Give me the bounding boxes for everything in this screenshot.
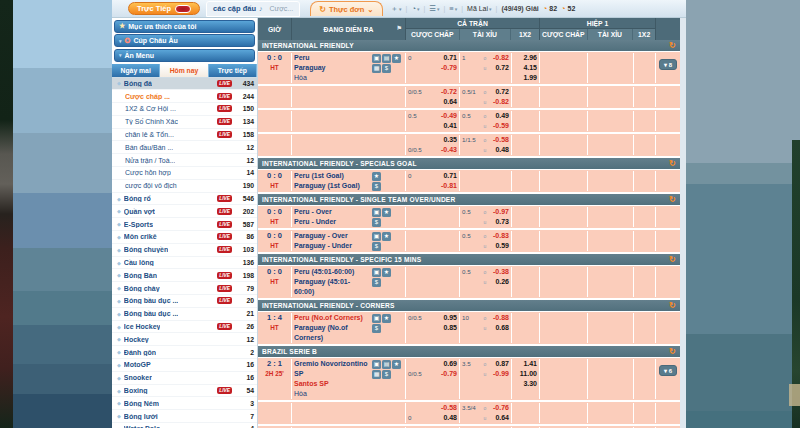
odds-cell[interactable] bbox=[428, 217, 457, 227]
star-icon[interactable]: ★ bbox=[392, 360, 401, 369]
team-name[interactable]: Gremio Novorizontino SP bbox=[294, 359, 368, 379]
odds-cell[interactable] bbox=[428, 207, 457, 217]
more-markets-button[interactable]: ▾ 6 bbox=[659, 365, 677, 376]
odds-cell[interactable] bbox=[514, 403, 537, 413]
odds-cell[interactable] bbox=[514, 121, 537, 131]
odds-cell[interactable]: 0.59 bbox=[488, 241, 509, 251]
stats-icon[interactable]: ▤ bbox=[382, 54, 391, 63]
team-name[interactable]: Peru - Over bbox=[294, 207, 368, 217]
sidebar-item[interactable]: ◆MotoGP16 bbox=[112, 359, 257, 372]
sidebar-item[interactable]: ◆Bóng lưới7 bbox=[112, 410, 257, 423]
screen-icon[interactable]: ▣ bbox=[372, 54, 381, 63]
sidebar-item[interactable]: ◆Bóng Ném3 bbox=[112, 397, 257, 410]
screen-icon[interactable]: ▣ bbox=[372, 360, 381, 369]
odds-cell[interactable] bbox=[488, 73, 509, 83]
section-header[interactable]: INTERNATIONAL FRIENDLY - SPECIALS GOAL↻ bbox=[258, 158, 680, 170]
odds-cell[interactable]: -0.88 bbox=[488, 313, 509, 323]
cash-icon[interactable]: $ bbox=[372, 218, 381, 227]
cash-icon[interactable]: $ bbox=[382, 64, 391, 73]
sidebar-item[interactable]: 1X2 & Cơ Hội ...LIVE150 bbox=[112, 103, 257, 116]
bet-tab-label[interactable]: Cược... bbox=[270, 5, 294, 12]
odds-cell[interactable]: 0.49 bbox=[488, 111, 509, 121]
odds-cell[interactable]: -0.79 bbox=[428, 63, 457, 73]
odds-cell[interactable] bbox=[488, 171, 509, 181]
sidebar-item[interactable]: ◆Snooker16 bbox=[112, 372, 257, 385]
odds-cell[interactable] bbox=[514, 111, 537, 121]
sidebar-item[interactable]: ◆Bóng chuyềnLIVE103 bbox=[112, 244, 257, 257]
sidebar-item[interactable]: Nửa trận / Toà...12 bbox=[112, 154, 257, 167]
odds-cell[interactable]: -0.83 bbox=[488, 231, 509, 241]
menu-dropdown-tab[interactable]: ↻ Thực đơn ⌄ bbox=[310, 1, 382, 16]
odds-cell[interactable] bbox=[428, 277, 457, 287]
team-name[interactable]: Peru bbox=[294, 53, 368, 63]
odds-cell[interactable]: -0.82 bbox=[488, 97, 509, 107]
odds-cell[interactable] bbox=[514, 217, 537, 227]
odds-cell[interactable]: -0.58 bbox=[428, 403, 457, 413]
odds-cell[interactable] bbox=[514, 277, 537, 287]
refresh-icon[interactable]: ↻ bbox=[669, 255, 676, 264]
odds-cell[interactable] bbox=[514, 241, 537, 251]
sidebar-item[interactable]: Cược chấp ...LIVE244 bbox=[112, 90, 257, 103]
section-header[interactable]: INTERNATIONAL FRIENDLY↻ bbox=[258, 40, 680, 52]
team-name[interactable]: Peru - Under bbox=[294, 217, 368, 227]
hide-menu-button[interactable]: ▾ Ẩn Menu bbox=[114, 49, 255, 62]
sidebar-item[interactable]: ◆Quần vợtLIVE202 bbox=[112, 205, 257, 218]
odds-cell[interactable]: 0.85 bbox=[428, 323, 457, 333]
screen-icon[interactable]: ▣ bbox=[372, 232, 381, 241]
sidebar-item[interactable]: ◆Hockey12 bbox=[112, 333, 257, 346]
sidebar-item[interactable]: ◆Bóng bầu dục ...LIVE20 bbox=[112, 295, 257, 308]
odds-cell[interactable] bbox=[514, 97, 537, 107]
sidebar-item[interactable]: ◆Đánh gôn2 bbox=[112, 346, 257, 359]
star-icon[interactable]: ★ bbox=[382, 314, 391, 323]
team-name[interactable]: Paraguay (45:01-60:00) bbox=[294, 277, 368, 297]
sidebar-item[interactable]: ◆Cầu lông136 bbox=[112, 257, 257, 270]
odds-cell[interactable]: -0.97 bbox=[488, 207, 509, 217]
odds-cell[interactable]: 0.69 bbox=[428, 359, 457, 369]
sidebar-item[interactable]: ◆Water Polo4 bbox=[112, 423, 257, 428]
odds-cell[interactable]: 0.71 bbox=[428, 53, 457, 63]
live-betting-button[interactable]: Trực Tiếp bbox=[128, 2, 200, 15]
odds-cell[interactable]: 0.64 bbox=[488, 413, 509, 423]
draw-label[interactable]: Hòa bbox=[294, 73, 368, 83]
odds-cell[interactable]: 0.68 bbox=[488, 323, 509, 333]
section-header[interactable]: INTERNATIONAL FRIENDLY - CORNERS↻ bbox=[258, 300, 680, 312]
odds-cell[interactable]: 0.95 bbox=[428, 313, 457, 323]
team-name[interactable]: Paraguay bbox=[294, 63, 368, 73]
pin-icon[interactable]: ⚑ bbox=[397, 24, 402, 31]
odds-cell[interactable]: -0.81 bbox=[428, 181, 457, 191]
odds-cell[interactable]: -0.59 bbox=[488, 121, 509, 131]
sidebar-item[interactable]: cược đội vô địch190 bbox=[112, 180, 257, 193]
odds-cell[interactable] bbox=[514, 231, 537, 241]
refresh-icon[interactable]: ↻ bbox=[669, 195, 676, 204]
odds-cell[interactable]: 2.96 bbox=[514, 53, 537, 63]
sidebar-item[interactable]: chẵn lẻ & Tổn...LIVE158 bbox=[112, 129, 257, 142]
odds-cell[interactable]: -0.58 bbox=[488, 135, 509, 145]
odds-cell[interactable]: -0.43 bbox=[428, 145, 457, 155]
cash-icon[interactable]: $ bbox=[372, 278, 381, 287]
section-header[interactable]: BRAZIL SERIE B↻ bbox=[258, 346, 680, 358]
stats-icon[interactable]: ▤ bbox=[382, 360, 391, 369]
odds-cell[interactable]: 1.99 bbox=[514, 73, 537, 83]
odds-cell[interactable] bbox=[514, 323, 537, 333]
team-name[interactable]: Paraguay - Under bbox=[294, 241, 368, 251]
view-rows-button[interactable]: ≡▾ bbox=[449, 4, 457, 13]
favorites-button[interactable]: ★ Mục ưa thích của tôi bbox=[114, 20, 255, 33]
sidebar-item[interactable]: ◆Bóng rổLIVE546 bbox=[112, 193, 257, 206]
odds-cell[interactable]: -0.49 bbox=[428, 111, 457, 121]
team-name[interactable]: Paraguay (No.of Corners) bbox=[294, 323, 368, 343]
odds-cell[interactable]: -0.79 bbox=[428, 369, 457, 379]
team-name[interactable]: Peru (No.of Corners) bbox=[294, 313, 368, 323]
section-header[interactable]: INTERNATIONAL FRIENDLY - SPECIFIC 15 MIN… bbox=[258, 254, 680, 266]
star-icon[interactable]: ★ bbox=[382, 208, 391, 217]
screen-icon[interactable]: ▣ bbox=[372, 314, 381, 323]
odds-cell[interactable]: 0.71 bbox=[428, 171, 457, 181]
odds-cell[interactable]: -0.99 bbox=[488, 369, 509, 379]
odds-cell[interactable]: 11.00 bbox=[514, 369, 537, 379]
odds-cell[interactable]: 3.30 bbox=[514, 379, 537, 389]
refresh-icon[interactable]: ↻ bbox=[669, 159, 676, 168]
tab-live[interactable]: Trực tiếp bbox=[209, 64, 257, 77]
sidebar-item[interactable]: ◆E-SportsLIVE587 bbox=[112, 218, 257, 231]
cash-icon[interactable]: $ bbox=[372, 242, 381, 251]
section-header[interactable]: INTERNATIONAL FRIENDLY - SINGLE TEAM OVE… bbox=[258, 194, 680, 206]
odds-cell[interactable]: -0.82 bbox=[488, 53, 509, 63]
